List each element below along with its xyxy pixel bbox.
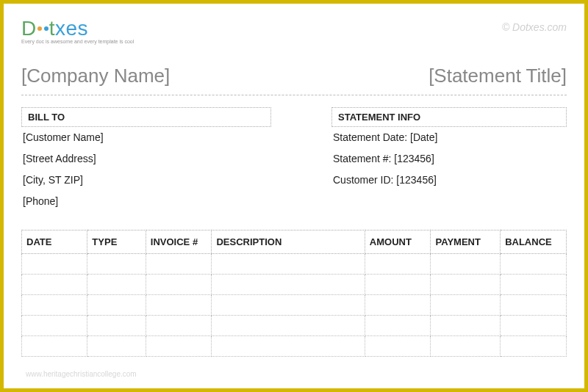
table-row (22, 254, 567, 275)
statement-title-placeholder: [Statement Title] (429, 65, 567, 87)
bill-to-block: BILL TO [Customer Name] [Street Address]… (21, 107, 271, 212)
logo-dots-icon (37, 26, 49, 31)
col-header-balance: BALANCE (501, 231, 567, 254)
logo-text: D t xes (21, 17, 134, 40)
col-header-payment: PAYMENT (431, 231, 501, 254)
statement-number-label: Statement #: (333, 153, 394, 164)
logo-xes: xes (55, 17, 88, 40)
statement-date-value: [Date] (410, 131, 437, 143)
city-state-zip: [City, ST ZIP] (21, 170, 271, 191)
table-row (22, 295, 567, 316)
logo-letter-t: t (49, 17, 55, 40)
table-header-row: DATE TYPE INVOICE # DESCRIPTION AMOUNT P… (22, 231, 567, 254)
col-header-type: TYPE (87, 231, 146, 254)
watermark: © Dotxes.com (502, 21, 567, 33)
street-address: [Street Address] (21, 148, 271, 170)
statement-number-value: [123456] (394, 153, 434, 164)
customer-id-label: Customer ID: (333, 174, 396, 186)
statement-info-block: STATEMENT INFO Statement Date: [Date] St… (331, 107, 567, 212)
footer-url: www.heritagechristiancollege.com (26, 370, 137, 378)
bill-to-header: BILL TO (21, 107, 271, 127)
table-row (22, 316, 567, 336)
col-header-date: DATE (22, 231, 87, 254)
divider (21, 95, 567, 95)
statement-date-label: Statement Date: (333, 131, 410, 143)
table-row (22, 275, 567, 295)
col-header-description: DESCRIPTION (212, 231, 365, 254)
col-header-amount: AMOUNT (365, 231, 431, 254)
logo-tagline: Every doc is awesome and every template … (21, 39, 134, 44)
statement-table: DATE TYPE INVOICE # DESCRIPTION AMOUNT P… (21, 230, 567, 357)
customer-id-value: [123456] (396, 174, 437, 186)
col-header-invoice: INVOICE # (146, 231, 212, 254)
customer-id: Customer ID: [123456] (331, 170, 567, 191)
statement-number: Statement #: [123456] (331, 148, 567, 170)
logo: D t xes Every doc is awesome and every t… (21, 17, 134, 44)
statement-info-header: STATEMENT INFO (331, 107, 567, 127)
customer-name: [Customer Name] (21, 127, 271, 148)
logo-letter-d: D (21, 17, 37, 40)
table-row (22, 336, 567, 357)
statement-date: Statement Date: [Date] (331, 127, 567, 148)
phone: [Phone] (21, 191, 271, 212)
company-name-placeholder: [Company Name] (21, 65, 170, 87)
